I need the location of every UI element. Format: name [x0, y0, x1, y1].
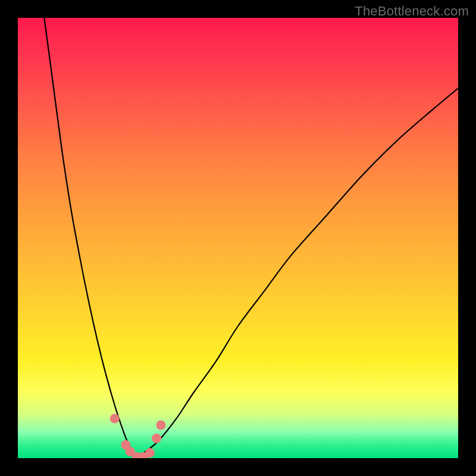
data-marker — [110, 414, 120, 423]
data-marker — [156, 421, 166, 430]
data-marker — [145, 448, 155, 458]
data-marker — [152, 434, 161, 443]
chart-frame: TheBottleneck.com — [0, 0, 476, 476]
watermark-text: TheBottleneck.com — [355, 4, 469, 19]
curve-left-branch — [44, 18, 136, 458]
data-markers — [110, 414, 166, 458]
curve-right-branch — [137, 88, 458, 458]
chart-plot-area — [18, 18, 458, 458]
bottleneck-curve-svg — [18, 18, 458, 458]
